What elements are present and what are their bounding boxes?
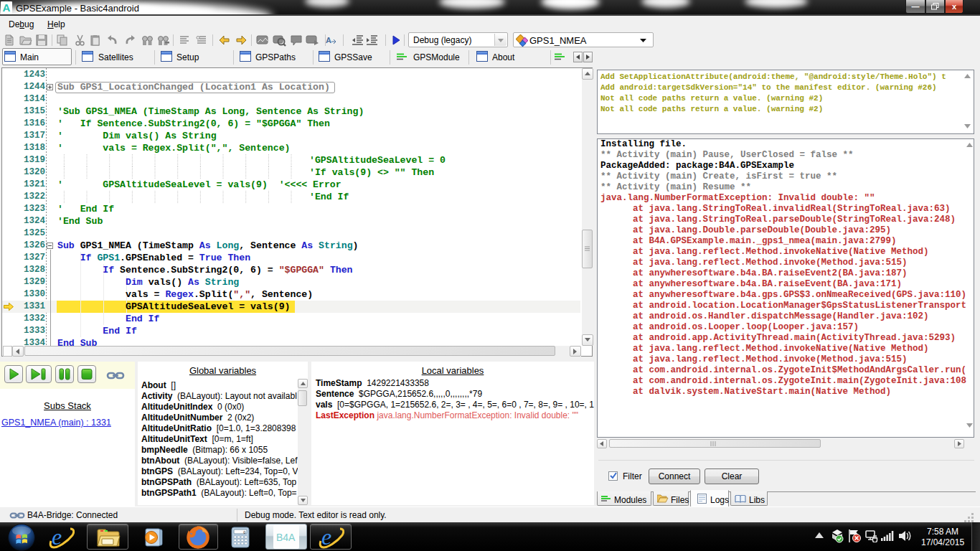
svg-text:A: A	[326, 36, 331, 44]
svg-text:0: 0	[243, 530, 246, 535]
